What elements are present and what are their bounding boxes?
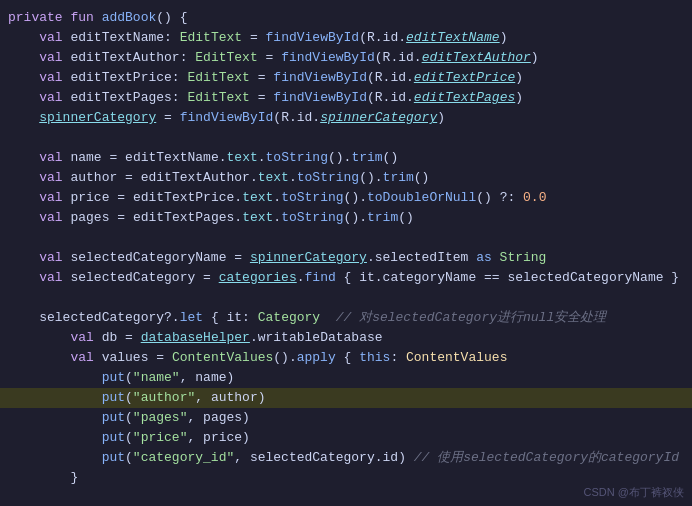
code-line: val editTextPrice: EditText = findViewBy… <box>0 68 692 88</box>
code-line: val editTextAuthor: EditText = findViewB… <box>0 48 692 68</box>
code-line-selected: put("author", author) <box>0 388 692 408</box>
watermark: CSDN @布丁裤衩侠 <box>584 485 684 500</box>
code-editor: private fun addBook() { val editTextName… <box>0 0 692 506</box>
code-line: spinnerCategory = findViewById(R.id.spin… <box>0 108 692 128</box>
code-line <box>0 128 692 148</box>
code-line: put("pages", pages) <box>0 408 692 428</box>
code-line: val name = editTextName.text.toString().… <box>0 148 692 168</box>
code-line <box>0 288 692 308</box>
code-line: val db = databaseHelper.writableDatabase <box>0 328 692 348</box>
code-line: val selectedCategoryName = spinnerCatego… <box>0 248 692 268</box>
code-line: selectedCategory?.let { it: Category // … <box>0 308 692 328</box>
code-line: put("name", name) <box>0 368 692 388</box>
code-line: val editTextPages: EditText = findViewBy… <box>0 88 692 108</box>
code-line: val values = ContentValues().apply { thi… <box>0 348 692 368</box>
code-line: val price = editTextPrice.text.toString(… <box>0 188 692 208</box>
code-line: val pages = editTextPages.text.toString(… <box>0 208 692 228</box>
code-line: put("category_id", selectedCategory.id) … <box>0 448 692 468</box>
code-line: private fun addBook() { <box>0 8 692 28</box>
code-line: val author = editTextAuthor.text.toStrin… <box>0 168 692 188</box>
code-line: val editTextName: EditText = findViewByI… <box>0 28 692 48</box>
code-line: val selectedCategory = categories.find {… <box>0 268 692 288</box>
code-line: put("price", price) <box>0 428 692 448</box>
code-line <box>0 228 692 248</box>
